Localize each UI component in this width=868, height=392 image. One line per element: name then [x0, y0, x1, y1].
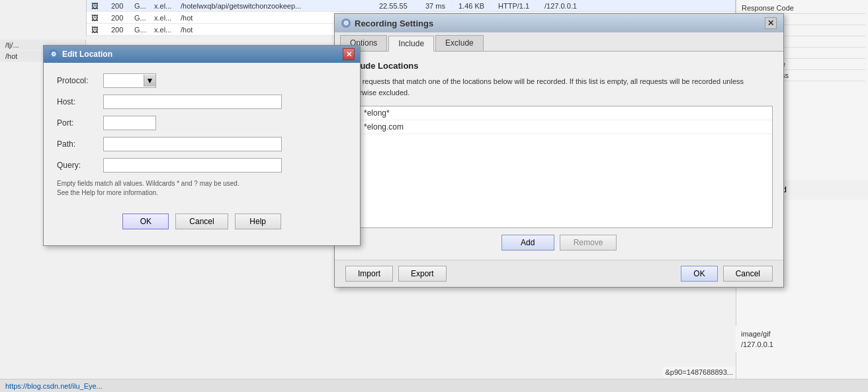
hint-line2: See the Help for more information.	[57, 189, 158, 196]
cell-type: x.el...	[152, 14, 179, 22]
titlebar-left: ⚙ Edit Location	[49, 50, 112, 59]
add-location-button[interactable]: Add	[501, 235, 554, 251]
host-row: Host:	[57, 95, 347, 109]
section-title: Include Locations	[345, 61, 773, 71]
list-item: *elong*	[346, 106, 772, 120]
value-content-type: image/gif	[738, 329, 865, 339]
right-values: image/gif /127.0.0.1	[736, 326, 868, 352]
footer-left-buttons: Import Export	[345, 266, 447, 282]
edit-location-buttons: OK Cancel Help	[57, 208, 347, 235]
cell-code: 200	[109, 26, 132, 34]
recording-title: Recording Settings	[355, 19, 433, 28]
tab-exclude[interactable]: Exclude	[435, 35, 484, 51]
status-url: https://blog.csdn.net/ilu_Eye...	[5, 382, 103, 390]
cell-method: G...	[132, 26, 152, 34]
import-button[interactable]: Import	[345, 266, 393, 282]
recording-cancel-button[interactable]: Cancel	[723, 266, 773, 282]
cell-time: 22.55.55	[377, 2, 423, 10]
port-row: Port:	[57, 116, 347, 130]
query-param-text: &p90=1487688893...	[663, 367, 736, 377]
recording-body: Include Locations Only requests that mat…	[335, 52, 783, 260]
location-list: *elong* *elong.com	[345, 106, 773, 228]
cell-type: x.el...	[152, 2, 179, 10]
cell-icon: 🖼	[89, 2, 109, 10]
cell-url: /hotelwxqb/api/getswitchonzookeep...	[179, 2, 377, 10]
cell-size: 1.46 KB	[456, 2, 496, 10]
path-label: Path:	[57, 139, 103, 149]
location-buttons: Add Remove	[345, 235, 773, 251]
query-row: Query:	[57, 158, 347, 173]
recording-footer: Import Export OK Cancel	[335, 260, 783, 287]
cell-icon: 🖼	[89, 26, 109, 34]
cell-ip: /127.0.0.1	[542, 2, 589, 10]
edit-location-titlebar: ⚙ Edit Location ✕	[44, 46, 360, 63]
remove-location-button[interactable]: Remove	[560, 235, 617, 251]
cell-dur: 37 ms	[423, 2, 456, 10]
status-bar: https://blog.csdn.net/ilu_Eye...	[0, 379, 868, 392]
edit-location-close-button[interactable]: ✕	[343, 48, 355, 60]
query-label: Query:	[57, 161, 103, 170]
port-label: Port:	[57, 118, 103, 128]
protocol-row: Protocol: http https ▼	[57, 73, 347, 88]
section-desc: Only requests that match one of the loca…	[345, 76, 773, 98]
recording-icon: ⚙	[341, 19, 351, 28]
query-input[interactable]	[103, 158, 282, 173]
recording-close-button[interactable]: ✕	[765, 17, 777, 29]
recording-titlebar: ⚙ Recording Settings ✕	[335, 14, 783, 32]
recording-settings-dialog: ⚙ Recording Settings ✕ Options Include E…	[334, 13, 784, 288]
hint-text: Empty fields match all values. Wildcards…	[57, 179, 347, 198]
edit-location-dialog: ⚙ Edit Location ✕ Protocol: http https ▼…	[43, 45, 361, 246]
path-row: Path:	[57, 137, 347, 151]
host-input[interactable]	[103, 95, 282, 109]
tab-include[interactable]: Include	[388, 36, 434, 52]
recording-titlebar-left: ⚙ Recording Settings	[341, 19, 433, 28]
edit-location-title: Edit Location	[62, 50, 112, 59]
hint-line1: Empty fields match all values. Wildcards…	[57, 180, 239, 187]
export-button[interactable]: Export	[398, 266, 447, 282]
table-row: 🖼 200 G... x.el... /hotelwxqb/api/getswi…	[87, 0, 735, 12]
edit-location-body: Protocol: http https ▼ Host: Port: Path:	[44, 63, 360, 245]
edit-location-cancel-button[interactable]: Cancel	[175, 214, 228, 229]
host-label: Host:	[57, 97, 103, 106]
dropdown-arrow-icon[interactable]: ▼	[144, 75, 155, 87]
port-input[interactable]	[103, 116, 156, 130]
protocol-select[interactable]: http https	[104, 75, 144, 87]
edit-location-ok-button[interactable]: OK	[122, 214, 169, 229]
location-label-1: *elong.com	[364, 122, 404, 132]
right-panel-item: Response Code	[739, 3, 865, 14]
recording-ok-button[interactable]: OK	[681, 266, 717, 282]
path-input[interactable]	[103, 137, 282, 151]
cell-type: x.el...	[152, 26, 179, 34]
cell-method: G...	[132, 2, 152, 10]
cell-code: 200	[109, 14, 132, 22]
cell-icon: 🖼	[89, 14, 109, 22]
footer-right-buttons: OK Cancel	[681, 266, 773, 282]
cell-code: 200	[109, 2, 132, 10]
tabs-bar: Options Include Exclude	[335, 32, 783, 52]
cell-method: G...	[132, 14, 152, 22]
protocol-label: Protocol:	[57, 76, 103, 85]
edit-location-icon: ⚙	[49, 50, 58, 59]
protocol-select-wrapper: http https ▼	[103, 73, 156, 88]
cell-proto: HTTP/1.1	[496, 2, 542, 10]
value-client-addr: /127.0.0.1	[738, 339, 865, 350]
location-label-0: *elong*	[364, 108, 390, 118]
edit-location-help-button[interactable]: Help	[235, 214, 281, 229]
list-item: *elong.com	[346, 120, 772, 134]
